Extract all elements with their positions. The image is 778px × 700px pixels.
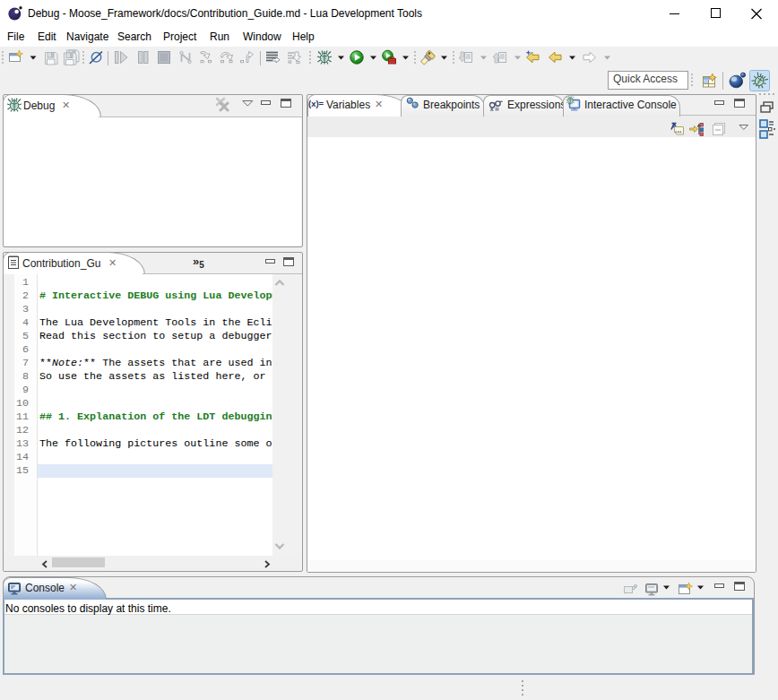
svg-text:x: x	[490, 106, 494, 112]
svg-text:(x)=: (x)=	[308, 99, 324, 108]
